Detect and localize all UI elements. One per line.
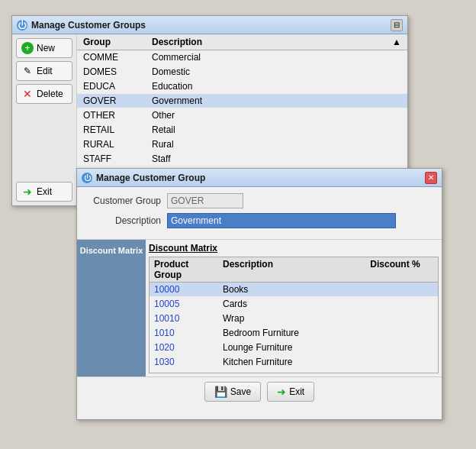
- customer-group-label: Customer Group: [83, 195, 167, 206]
- table-row[interactable]: STAFF Staff: [77, 152, 407, 166]
- dm-discount-cell: [377, 328, 438, 338]
- manage-group-edit-window: ⏻ Manage Customer Group ✕ Customer Group…: [76, 168, 442, 420]
- dm-description-cell: Lounge Furniture: [218, 342, 377, 353]
- description-cell: Staff: [146, 153, 407, 164]
- dm-description-cell: Bedroom Furniture: [218, 328, 377, 338]
- product-group-column-header: Product Group: [150, 259, 218, 280]
- discount-matrix-container: Discount Matrix Discount Matrix Product …: [77, 239, 442, 376]
- description-cell: Government: [146, 95, 407, 106]
- description-cell: Other: [146, 110, 407, 121]
- group-column-header: Group: [77, 37, 146, 47]
- dm-product-cell: 10000: [150, 284, 218, 295]
- dm-discount-cell: [377, 371, 438, 373]
- dm-table-row[interactable]: 1030 Kitchen Furniture: [150, 355, 438, 370]
- group-cell: RETAIL: [77, 124, 146, 135]
- dm-description-cell: Wrap: [218, 313, 377, 324]
- dm-product-cell: 10010: [150, 313, 218, 324]
- discount-matrix-title: Discount Matrix: [149, 243, 439, 254]
- dm-table-row[interactable]: 10005 Cards: [150, 297, 438, 312]
- edit-form-area: Customer Group Description: [77, 187, 442, 239]
- dm-table-row[interactable]: 1010 Bedroom Furniture: [150, 326, 438, 341]
- save-button[interactable]: 💾 Save: [204, 382, 261, 402]
- description-cell: Education: [146, 81, 407, 92]
- edit-title-bar: ⏻ Manage Customer Group ✕: [77, 169, 442, 187]
- description-cell: Domestic: [146, 66, 407, 77]
- customer-group-row: Customer Group: [83, 193, 436, 208]
- dm-description-cell: Kitchen Furniture: [218, 357, 377, 367]
- dm-discount-cell: [377, 284, 438, 295]
- dm-product-cell: 1040: [150, 371, 218, 373]
- group-cell: RURAL: [77, 139, 146, 150]
- description-column-header: Description: [146, 37, 392, 47]
- table-row[interactable]: OTHER Other: [77, 108, 407, 123]
- dm-table-row[interactable]: 10000 Books: [150, 283, 438, 297]
- dm-description-cell: Diner Furniture: [218, 371, 377, 373]
- edit-window-icon: ⏻: [82, 173, 92, 183]
- table-row[interactable]: EDUCA Education: [77, 79, 407, 94]
- delete-icon: ✕: [21, 88, 34, 100]
- discount-matrix-main: Discount Matrix Product Group Descriptio…: [146, 240, 442, 376]
- dm-discount-cell: [377, 299, 438, 309]
- table-row[interactable]: DOMES Domestic: [77, 65, 407, 79]
- edit-exit-button[interactable]: ➜ Exit: [267, 382, 314, 402]
- description-label: Description: [83, 215, 167, 226]
- edit-button[interactable]: ✎ Edit: [16, 61, 72, 81]
- dm-description-cell: Cards: [218, 299, 377, 309]
- new-icon: +: [21, 42, 34, 54]
- exit-icon: ➜: [21, 186, 34, 198]
- edit-exit-icon: ➜: [277, 386, 286, 398]
- groups-window-title: Manage Customer Groups: [31, 20, 146, 31]
- save-icon: 💾: [214, 386, 227, 398]
- group-cell: GOVER: [77, 95, 146, 106]
- groups-exit-button[interactable]: ➜ Exit: [16, 182, 72, 202]
- group-cell: STAFF: [77, 153, 146, 164]
- dm-product-cell: 1030: [150, 357, 218, 367]
- dm-product-cell: 10005: [150, 299, 218, 309]
- edit-window-title: Manage Customer Group: [96, 173, 205, 183]
- dm-table-row[interactable]: 10010 Wrap: [150, 312, 438, 326]
- dm-description-cell: Books: [218, 284, 377, 295]
- description-cell: Rural: [146, 139, 407, 150]
- discount-column-header: Discount %: [365, 259, 426, 280]
- dm-table-row[interactable]: 1020 Lounge Furniture: [150, 341, 438, 355]
- description-row: Description: [83, 213, 436, 228]
- edit-button-bar: 💾 Save ➜ Exit: [77, 376, 442, 406]
- discount-matrix-sidebar-label: Discount Matrix: [80, 246, 143, 255]
- groups-minimize-button[interactable]: ⊟: [391, 19, 403, 31]
- group-cell: EDUCA: [77, 81, 146, 92]
- delete-button[interactable]: ✕ Delete: [16, 84, 72, 104]
- table-row[interactable]: RURAL Rural: [77, 137, 407, 152]
- description-cell: Retail: [146, 124, 407, 135]
- dm-discount-cell: [377, 342, 438, 353]
- table-row[interactable]: RETAIL Retail: [77, 123, 407, 137]
- description-input[interactable]: [167, 213, 396, 228]
- table-row[interactable]: COMME Commercial: [77, 50, 407, 65]
- groups-table-header: Group Description ▲: [77, 34, 407, 50]
- customer-group-input[interactable]: [167, 193, 243, 208]
- sort-icon: ▲: [392, 37, 407, 47]
- dm-table-row[interactable]: 1040 Diner Furniture: [150, 370, 438, 373]
- groups-window-icon: ⏻: [17, 20, 27, 31]
- discount-matrix-body[interactable]: 10000 Books 10005 Cards 10010 Wrap 1010 …: [150, 283, 438, 373]
- discount-matrix-sidebar: Discount Matrix: [77, 240, 146, 376]
- new-button[interactable]: + New: [16, 38, 72, 58]
- edit-icon: ✎: [21, 65, 34, 77]
- dm-discount-cell: [377, 313, 438, 324]
- dm-discount-cell: [377, 357, 438, 367]
- groups-title-bar: ⏻ Manage Customer Groups ⊟: [12, 16, 407, 34]
- dm-product-cell: 1020: [150, 342, 218, 353]
- groups-sidebar: + New ✎ Edit ✕ Delete ➜ Exit: [12, 34, 77, 205]
- dm-description-column-header: Description: [218, 259, 365, 280]
- discount-matrix-table: Product Group Description Discount % 100…: [149, 257, 439, 373]
- dm-product-cell: 1010: [150, 328, 218, 338]
- edit-close-button[interactable]: ✕: [425, 172, 437, 184]
- table-row[interactable]: GOVER Government: [77, 94, 407, 108]
- group-cell: OTHER: [77, 110, 146, 121]
- group-cell: DOMES: [77, 66, 146, 77]
- description-cell: Commercial: [146, 52, 407, 63]
- group-cell: COMME: [77, 52, 146, 63]
- discount-matrix-header: Product Group Description Discount %: [150, 257, 438, 283]
